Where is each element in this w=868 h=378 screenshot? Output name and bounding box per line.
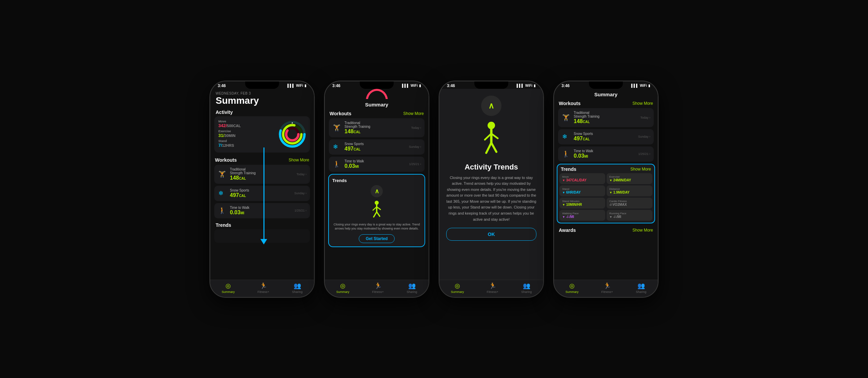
svg-text:🏋: 🏋 <box>562 114 570 121</box>
workout-p4-1-date: Today › <box>640 116 650 119</box>
svg-text:🏋: 🏋 <box>218 171 226 178</box>
trend-stand: Stand ▼ 6HR/DAY <box>559 185 605 196</box>
workout-p4-3-cal: 0.03MI <box>574 153 635 159</box>
tab-fitness-2[interactable]: 🏃 Fitness+ <box>372 282 384 294</box>
strength-icon-2: 🏋 <box>332 123 342 133</box>
trend-cardio-label: Cardio Fitness <box>609 200 650 203</box>
tab-fitness-3[interactable]: 🏃 Fitness+ <box>487 282 498 294</box>
workout-p4-2-name: Snow Sports <box>574 132 635 136</box>
exercise-label: Exercise <box>218 130 275 133</box>
modal-text: Closing your rings every day is a great … <box>446 175 536 223</box>
workout-p4-1-cal: 148CAL <box>574 118 637 124</box>
move-stat: Move 342/500CAL <box>218 120 275 128</box>
ok-button[interactable]: OK <box>446 228 536 241</box>
screen-content-4: Summary Workouts Show More 🏋 Traditional… <box>554 89 658 280</box>
workout-p4-1[interactable]: 🏋 TraditionalStrength Training 148CAL To… <box>558 108 654 127</box>
trend-walking-label: Walking Pace <box>562 212 603 215</box>
trends-show-more-4[interactable]: Show More <box>630 167 651 172</box>
svg-line-24 <box>491 143 496 152</box>
wifi-icon-4: WiFi <box>640 84 647 87</box>
workout-p4-3-info: Time to Walk 0.03MI <box>574 149 635 159</box>
svg-text:🚶: 🚶 <box>218 207 226 214</box>
workout-p2-3-name: Time to Walk <box>344 159 406 163</box>
phone-4: 3:46 ▌▌▌ WiFi ▮ Summary Workouts Show Mo… <box>553 81 658 298</box>
workouts-header-2: Workouts Show More <box>325 109 429 118</box>
svg-text:❄: ❄ <box>218 190 223 197</box>
tab-sharing-1[interactable]: 👥 Sharing <box>292 282 302 294</box>
tab-sharing-2[interactable]: 👥 Sharing <box>407 282 417 294</box>
screen-content-3: ∧ Activity Trends Closing your rings eve… <box>439 89 543 280</box>
svg-line-18 <box>377 212 380 216</box>
tab-sharing-3[interactable]: 👥 Sharing <box>521 282 532 294</box>
signal-icon-3: ▌▌▌ <box>517 84 524 87</box>
trend-stand-min-label: Stand Minutes <box>562 200 603 203</box>
trend-cardio: Cardio Fitness -/-VO2MAX <box>607 198 652 208</box>
phone-1: 3:46 ▌▌▌ WiFi ▮ WEDNESDAY, FEB 3 Summary… <box>210 81 315 298</box>
notch-4 <box>589 81 623 89</box>
workout-p2-3[interactable]: 🚶 Time to Walk 0.03MI 1/25/21 › <box>329 157 425 172</box>
status-bar-3: 3:46 ▌▌▌ WiFi ▮ <box>439 81 543 89</box>
show-more-2[interactable]: Show More <box>403 111 424 116</box>
tab-summary-label-1: Summary <box>222 290 235 294</box>
get-started-button[interactable]: Get Started <box>359 234 395 243</box>
wifi-icon: WiFi <box>296 84 303 87</box>
status-icons-3: ▌▌▌ WiFi ▮ <box>517 84 536 87</box>
up-arrow-icon: ∧ <box>375 187 379 195</box>
tab-summary-3[interactable]: ◎ Summary <box>451 282 464 294</box>
fitness-tab-icon-4: 🏃 <box>604 282 611 290</box>
trends-card-text: Closing your rings every day is a great … <box>332 222 421 231</box>
exercise-stat: Exercise 31/30MIN <box>218 130 275 138</box>
workout-p2-3-info: Time to Walk 0.03MI <box>344 159 406 169</box>
snow-icon: ❄ <box>218 188 227 198</box>
snow-icon-2: ❄ <box>332 142 342 152</box>
tab-fitness-4[interactable]: 🏃 Fitness+ <box>601 282 613 294</box>
workout-2-date: Sunday › <box>294 192 307 195</box>
screenshot-container: 3:46 ▌▌▌ WiFi ▮ WEDNESDAY, FEB 3 Summary… <box>210 81 658 298</box>
tab-fitness-label-4: Fitness+ <box>601 290 613 294</box>
tab-sharing-4[interactable]: 👥 Sharing <box>636 282 646 294</box>
exercise-value: 31/30MIN <box>218 133 275 138</box>
workout-p4-2-info: Snow Sports 497CAL <box>574 132 635 142</box>
workout-p2-2-date: Sunday › <box>409 145 421 148</box>
trend-move: Move ▼ 347CAL/DAY <box>559 173 605 184</box>
workout-p4-2[interactable]: ❄ Snow Sports 497CAL Sunday › <box>558 129 654 144</box>
summary-tab-icon: ◎ <box>225 282 231 290</box>
workout-p4-3[interactable]: 🚶 Time to Walk 0.03MI 1/25/21 › <box>558 146 654 162</box>
show-more-1[interactable]: Show More <box>289 158 309 162</box>
trend-stand-minutes: Stand Minutes ▼ 10MIN/HR <box>559 198 605 208</box>
battery-icon-3: ▮ <box>534 84 536 87</box>
summary-tab-icon-3: ◎ <box>455 282 460 290</box>
walk-icon-4: 🚶 <box>561 149 571 159</box>
svg-text:🚶: 🚶 <box>333 160 341 168</box>
tab-sharing-label-3: Sharing <box>521 290 532 294</box>
screen-content-2: Summary Workouts Show More 🏋 Traditional… <box>325 89 429 280</box>
tab-sharing-label-4: Sharing <box>636 290 646 294</box>
screen-title-2: Summary <box>325 99 429 109</box>
awards-show-more-4[interactable]: Show More <box>632 228 653 233</box>
svg-text:🚶: 🚶 <box>562 150 570 158</box>
workout-p4-2-cal: 497CAL <box>574 136 635 142</box>
workout-p2-1[interactable]: 🏋 TraditionalStrength Training 148CAL To… <box>329 118 425 137</box>
workouts-title-1: Workouts <box>215 157 237 163</box>
tab-summary-2[interactable]: ◎ Summary <box>336 282 350 294</box>
workout-p2-2[interactable]: ❄ Snow Sports 497CAL Sunday › <box>329 139 425 155</box>
activity-label: Activity <box>210 107 314 116</box>
notch-3 <box>474 81 508 89</box>
workouts-title-4: Workouts <box>559 101 580 106</box>
partial-ring <box>366 89 388 99</box>
awards-title-4: Awards <box>559 227 576 233</box>
trend-stand-label: Stand <box>562 187 603 191</box>
trend-exercise: Exercise ▼ 24MIN/DAY <box>607 173 652 184</box>
tab-summary-4[interactable]: ◎ Summary <box>566 282 579 294</box>
tab-fitness-1[interactable]: 🏃 Fitness+ <box>258 282 269 294</box>
show-more-4[interactable]: Show More <box>632 101 653 106</box>
stand-value: 7/12HRS <box>218 143 275 148</box>
fitness-tab-icon-2: 🏃 <box>374 282 382 290</box>
tab-summary-1[interactable]: ◎ Summary <box>222 282 235 294</box>
workouts-title-2: Workouts <box>330 111 351 116</box>
trends-content: ∧ Closing your rings every day is a grea… <box>332 185 421 243</box>
workout-p4-3-date: 1/25/21 › <box>638 152 650 156</box>
strength-icon-4: 🏋 <box>561 113 571 122</box>
trend-exercise-label: Exercise <box>609 175 650 178</box>
trend-running-value: ▼ -/-/MI <box>609 215 650 219</box>
